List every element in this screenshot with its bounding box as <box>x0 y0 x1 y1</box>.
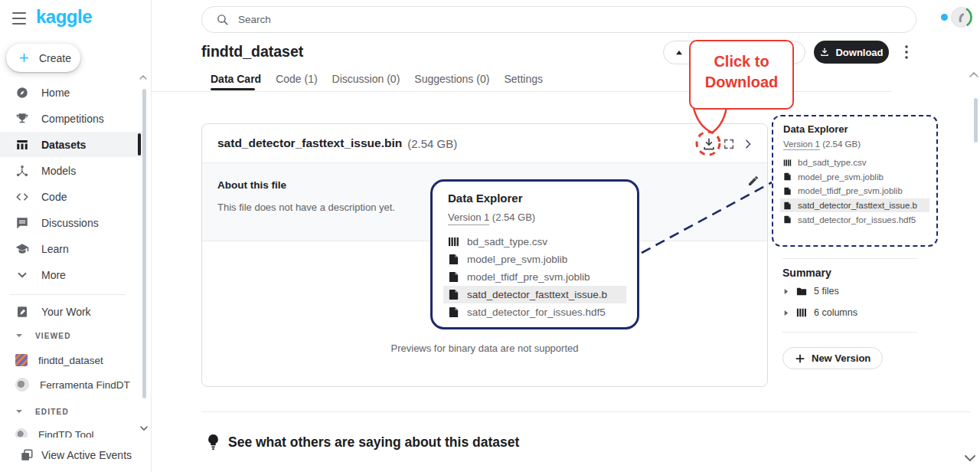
section-viewed[interactable]: VIEWED <box>0 329 142 342</box>
new-version-button[interactable]: New Version <box>782 347 883 369</box>
summary-divider <box>782 258 917 259</box>
create-button[interactable]: Create <box>6 44 80 72</box>
file-icon <box>448 254 459 265</box>
clipboard-pencil-icon <box>15 305 29 319</box>
summary-label: 5 files <box>814 286 839 297</box>
callout-line2: Download <box>691 72 792 93</box>
active-item-indicator <box>138 133 141 156</box>
file-row[interactable]: model_pre_svm.joblib <box>780 170 929 185</box>
triangle-down-icon <box>15 408 23 415</box>
columns-icon <box>796 307 807 318</box>
file-icon <box>448 271 459 283</box>
sidebar-item-label: Code <box>41 191 67 203</box>
view-active-events[interactable]: View Active Events <box>0 438 150 472</box>
version-size: (2.54 GB) <box>492 211 535 223</box>
page-scroll-up-icon[interactable] <box>969 72 978 77</box>
footer-label: View Active Events <box>41 449 132 461</box>
section-edited[interactable]: EDITED <box>0 405 142 418</box>
file-name: satd_detector_fasttext_issue.b <box>798 201 917 210</box>
kaggle-dataset-page: kaggle Create Home Competitions Datasets… <box>0 0 980 472</box>
version-size: (2.54 GB) <box>822 139 861 149</box>
sidebar-item-more[interactable]: More <box>0 262 142 287</box>
file-row[interactable]: bd_sadt_type.csv <box>443 233 626 251</box>
edit-icon[interactable] <box>747 175 760 187</box>
kaggle-logo[interactable]: kaggle <box>36 6 92 28</box>
file-row[interactable]: model_tfidf_pre_svm.joblib <box>443 268 626 286</box>
sidebar-item-label: Home <box>41 87 70 99</box>
version-line: Version 1 (2.54 GB) <box>783 139 926 149</box>
sidebar-scroll-down-icon[interactable] <box>140 426 148 431</box>
sidebar-item-learn[interactable]: Learn <box>0 236 142 261</box>
chat-icon <box>15 216 29 230</box>
trophy-icon <box>15 112 29 126</box>
sidebar-item-models[interactable]: Models <box>0 158 142 183</box>
datasets-icon <box>15 138 29 152</box>
section-label: EDITED <box>35 408 69 416</box>
version-link[interactable]: Version 1 <box>783 139 820 150</box>
avatar <box>15 378 29 392</box>
file-size: (2.54 GB) <box>407 137 457 150</box>
file-row-selected[interactable]: satd_detector_fasttext_issue.b <box>780 198 929 213</box>
tab-data-card[interactable]: Data Card <box>211 73 261 90</box>
tab-discussion[interactable]: Discussion (0) <box>332 73 400 90</box>
sidebar-item-your-work[interactable]: Your Work <box>0 299 142 324</box>
tab-code[interactable]: Code (1) <box>276 73 317 90</box>
file-row[interactable]: model_tfidf_pre_svm.joblib <box>780 184 929 198</box>
about-text: This file does not have a description ye… <box>217 202 395 213</box>
chevron-right-icon <box>782 310 789 316</box>
community-heading: See what others are saying about this da… <box>228 434 519 451</box>
sidebar-item-ferramenta-finddt[interactable]: Ferramenta FindDT <box>0 375 142 395</box>
expand-icon[interactable] <box>723 138 735 150</box>
plus-icon <box>17 51 31 65</box>
code-icon <box>15 190 29 204</box>
download-icon <box>819 47 830 57</box>
sidebar-item-discussions[interactable]: Discussions <box>0 210 142 235</box>
new-version-label: New Version <box>812 352 871 364</box>
file-icon <box>783 187 792 195</box>
menu-icon[interactable] <box>12 11 28 25</box>
page-scroll-down-icon[interactable] <box>965 455 975 461</box>
sidebar-item-competitions[interactable]: Competitions <box>0 106 142 131</box>
search-bar[interactable] <box>201 6 916 33</box>
chevron-right-icon[interactable] <box>742 138 754 150</box>
search-input[interactable] <box>238 14 902 25</box>
sidebar-item-label: More <box>41 269 66 281</box>
download-button[interactable]: Download <box>814 41 889 64</box>
summary-columns-row[interactable]: 6 columns <box>782 305 920 320</box>
sidebar-item-datasets[interactable]: Datasets <box>0 132 142 157</box>
sidebar-item-label: Your Work <box>41 306 91 318</box>
file-icon <box>448 289 459 300</box>
active-tab-underline <box>211 88 255 90</box>
summary-files-row[interactable]: 5 files <box>782 284 920 299</box>
sidebar-item-label: Learn <box>41 243 69 255</box>
file-row-selected[interactable]: satd_detector_fasttext_issue.b <box>443 286 626 303</box>
sidebar-border <box>151 0 152 472</box>
file-row[interactable]: satd_detector_for_issues.hdf5 <box>780 212 929 227</box>
sidebar-item-home[interactable]: Home <box>0 80 142 105</box>
file-download-icon[interactable] <box>701 136 717 152</box>
tab-suggestions[interactable]: Suggestions (0) <box>414 73 489 90</box>
file-row[interactable]: bd_sadt_type.csv <box>780 156 929 170</box>
about-title: About this file <box>217 179 286 191</box>
caret-up-icon <box>674 48 684 58</box>
sidebar-scrollbar[interactable] <box>142 89 146 398</box>
page-title: findtd_dataset <box>201 43 303 61</box>
page-scrollbar[interactable] <box>974 98 978 143</box>
compass-icon <box>15 86 29 100</box>
sidebar-item-label: Discussions <box>41 217 99 229</box>
file-name: bd_sadt_type.csv <box>467 236 547 247</box>
tab-settings[interactable]: Settings <box>504 73 543 90</box>
more-options-icon[interactable] <box>896 41 917 64</box>
sidebar-item-code[interactable]: Code <box>0 184 142 209</box>
version-link[interactable]: Version 1 <box>448 211 489 225</box>
sidebar-item-findtd-dataset[interactable]: findtd_dataset <box>0 350 142 370</box>
sidebar-item-label: Ferramenta FindDT <box>40 379 130 391</box>
sidebar-scroll-up-icon[interactable] <box>139 75 147 80</box>
summary-divider <box>782 332 917 333</box>
file-row[interactable]: model_pre_svm.joblib <box>443 251 626 268</box>
file-name: model_tfidf_pre_svm.joblib <box>467 271 590 283</box>
file-row[interactable]: satd_detector_for_issues.hdf5 <box>443 303 626 321</box>
triangle-down-icon <box>15 332 23 339</box>
avatar[interactable] <box>950 6 972 28</box>
section-divider <box>201 411 971 412</box>
